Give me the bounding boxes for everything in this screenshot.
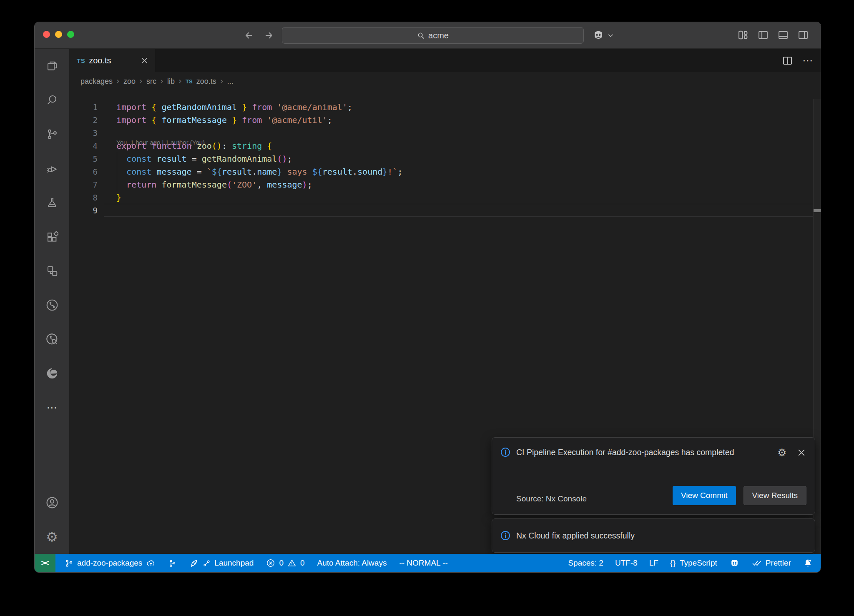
accounts-icon[interactable]	[35, 486, 69, 520]
error-count: 0	[279, 558, 284, 568]
copilot-status[interactable]	[729, 558, 740, 569]
chevron-right-icon: ›	[220, 77, 224, 85]
macos-minimize-button[interactable]	[55, 31, 62, 38]
toggle-panel-icon[interactable]	[777, 29, 789, 41]
git-branch-status[interactable]: add-zoo-packages	[65, 558, 156, 568]
branch-name: add-zoo-packages	[77, 558, 142, 568]
notification-close-icon[interactable]	[797, 448, 806, 457]
more-actions-icon[interactable]: ⋯	[802, 55, 813, 66]
view-results-button[interactable]: View Results	[743, 486, 806, 505]
typescript-file-icon: TS	[77, 57, 85, 64]
macos-zoom-button[interactable]	[67, 31, 74, 38]
split-editor-icon[interactable]	[782, 55, 793, 66]
line-number[interactable]: 6	[69, 167, 98, 176]
check-all-icon	[752, 558, 762, 568]
settings-gear-icon[interactable]: ⚙	[35, 520, 69, 554]
launchpad-status[interactable]: Launchpad	[189, 558, 254, 568]
tab-close-icon[interactable]	[141, 57, 148, 65]
line-number[interactable]: 3	[69, 128, 98, 138]
code-line-2[interactable]: 2import { formatMessage } from '@acme/ut…	[69, 113, 821, 126]
customize-layout-icon[interactable]	[737, 29, 749, 41]
commit-graph-icon	[168, 559, 177, 568]
breadcrumb-overflow[interactable]: ...	[227, 77, 234, 86]
code-line-5[interactable]: 5 const result = getRandomAnimal();	[69, 152, 821, 165]
remote-indicator[interactable]: ><	[35, 554, 55, 572]
gitlens-commit-graph-icon[interactable]	[35, 288, 69, 322]
bell-icon	[803, 558, 813, 568]
line-number[interactable]: 4	[69, 141, 98, 150]
info-icon	[500, 447, 510, 457]
run-debug-icon[interactable]	[35, 151, 69, 185]
view-commit-button[interactable]: View Commit	[673, 486, 736, 505]
source-control-icon[interactable]	[35, 117, 69, 151]
typescript-file-icon: TS	[186, 78, 193, 85]
code-line-6[interactable]: 6 const message = `${result.name} says $…	[69, 165, 821, 178]
braces-icon: {}	[670, 559, 676, 568]
search-view-icon[interactable]	[35, 83, 69, 117]
breadcrumb-item[interactable]: src	[146, 77, 156, 86]
additional-views-icon[interactable]: ⋯	[35, 391, 69, 425]
code-lines: 1import { getRandomAnimal } from '@acme/…	[69, 100, 821, 217]
copilot-icon	[729, 558, 740, 569]
tab-strip: TS zoo.ts ⋯	[69, 49, 821, 72]
eol-status[interactable]: LF	[649, 558, 658, 568]
gitlens-commits-status[interactable]	[168, 559, 177, 568]
breadcrumb-item[interactable]: packages	[80, 77, 113, 86]
rocket-icon	[189, 558, 199, 568]
toggle-primary-sidebar-icon[interactable]	[757, 29, 769, 41]
encoding-status[interactable]: UTF-8	[615, 558, 638, 568]
gitlens-inspect-icon[interactable]	[35, 322, 69, 356]
explorer-icon[interactable]	[35, 49, 69, 83]
notification-toast-ci-pipeline: CI Pipeline Execution for #add-zoo-packa…	[492, 437, 815, 515]
line-number[interactable]: 9	[69, 206, 98, 215]
copilot-icon	[592, 29, 605, 42]
vscode-window: acme	[34, 22, 821, 573]
chevron-right-icon: ›	[139, 77, 143, 85]
tab-label: zoo.ts	[89, 56, 137, 65]
breadcrumb-item[interactable]: zoo	[123, 77, 136, 86]
line-number[interactable]: 8	[69, 193, 98, 202]
notification-toast-nx-cloud: Nx Cloud fix applied successfully	[492, 518, 815, 553]
activity-bar: ⋯ ⚙	[35, 49, 69, 554]
extensions-icon[interactable]	[35, 220, 69, 254]
testing-icon[interactable]	[35, 185, 69, 220]
notification-settings-gear-icon[interactable]: ⚙	[777, 447, 786, 458]
language-mode-status[interactable]: {} TypeScript	[670, 558, 717, 568]
copilot-menu[interactable]	[592, 29, 614, 42]
code-line-7[interactable]: 7 return formatMessage('ZOO', message);	[69, 178, 821, 191]
macos-close-button[interactable]	[43, 31, 50, 38]
toggle-secondary-sidebar-icon[interactable]	[797, 29, 809, 41]
code-line-4[interactable]: 4export function zoo(): string {	[69, 139, 821, 152]
command-center-search[interactable]: acme	[282, 27, 584, 44]
line-number[interactable]: 1	[69, 103, 98, 112]
breadcrumb-item[interactable]: lib	[167, 77, 175, 86]
code-text: import { getRandomAnimal } from '@acme/a…	[116, 102, 352, 112]
code-line-3[interactable]: 3	[69, 126, 821, 139]
indentation-status[interactable]: Spaces: 2	[568, 558, 603, 568]
warning-count: 0	[300, 558, 305, 568]
code-line-8[interactable]: 8}	[69, 191, 821, 204]
line-number[interactable]: 5	[69, 154, 98, 163]
back-arrow-icon[interactable]	[243, 30, 255, 41]
line-number[interactable]: 2	[69, 115, 98, 125]
search-icon	[417, 32, 425, 40]
code-text: import { formatMessage } from '@acme/uti…	[116, 115, 332, 125]
line-number[interactable]: 7	[69, 180, 98, 189]
project-hierarchy-icon[interactable]	[35, 254, 69, 288]
notifications-bell[interactable]	[803, 558, 813, 568]
vim-mode-status[interactable]: -- NORMAL --	[399, 558, 447, 568]
breadcrumb-file[interactable]: zoo.ts	[196, 77, 216, 86]
auto-attach-status[interactable]: Auto Attach: Always	[317, 558, 387, 568]
info-icon	[500, 531, 510, 541]
code-line-1[interactable]: 1import { getRandomAnimal } from '@acme/…	[69, 100, 821, 113]
chevron-down-icon	[608, 33, 614, 39]
search-query-text: acme	[428, 31, 449, 40]
code-line-9[interactable]: 9	[69, 204, 821, 217]
formatter-status[interactable]: Prettier	[752, 558, 791, 568]
forward-arrow-icon[interactable]	[263, 30, 275, 41]
code-text: const result = getRandomAnimal();	[116, 154, 292, 164]
tab-zoo-ts[interactable]: TS zoo.ts	[69, 49, 155, 72]
edge-browser-icon[interactable]	[35, 356, 69, 391]
code-text: export function zoo(): string {	[116, 141, 272, 151]
problems-status[interactable]: 0 0	[266, 558, 304, 568]
